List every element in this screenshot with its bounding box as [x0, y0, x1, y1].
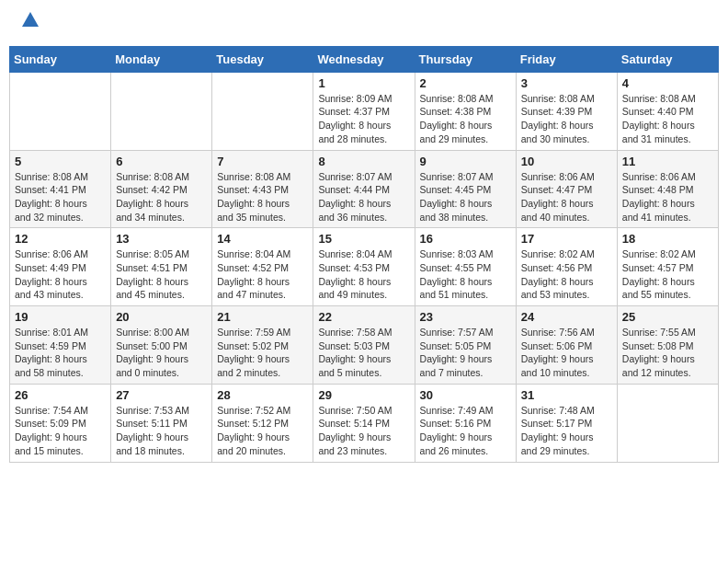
calendar-cell: 12Sunrise: 8:06 AM Sunset: 4:49 PM Dayli… [10, 228, 111, 306]
calendar-week-2: 5Sunrise: 8:08 AM Sunset: 4:41 PM Daylig… [10, 150, 719, 228]
day-info: Sunrise: 8:01 AM Sunset: 4:59 PM Dayligh… [15, 326, 106, 380]
day-info: Sunrise: 8:04 AM Sunset: 4:52 PM Dayligh… [217, 247, 308, 302]
logo-text [18, 17, 40, 35]
day-info: Sunrise: 7:54 AM Sunset: 5:09 PM Dayligh… [15, 404, 106, 458]
day-number: 7 [217, 155, 308, 168]
day-info: Sunrise: 8:08 AM Sunset: 4:40 PM Dayligh… [622, 92, 713, 146]
day-number: 13 [116, 232, 207, 246]
calendar-cell: 11Sunrise: 8:06 AM Sunset: 4:48 PM Dayli… [617, 150, 718, 228]
weekday-header-thursday: Thursday [415, 46, 516, 72]
calendar-cell: 24Sunrise: 7:56 AM Sunset: 5:06 PM Dayli… [516, 306, 617, 385]
calendar-week-4: 19Sunrise: 8:01 AM Sunset: 4:59 PM Dayli… [10, 306, 719, 385]
day-info: Sunrise: 7:56 AM Sunset: 5:06 PM Dayligh… [521, 326, 612, 380]
day-number: 14 [217, 232, 308, 246]
weekday-header-sunday: Sunday [10, 46, 111, 72]
logo [18, 17, 40, 35]
day-number: 26 [15, 388, 106, 402]
day-info: Sunrise: 7:53 AM Sunset: 5:11 PM Dayligh… [116, 404, 207, 458]
day-info: Sunrise: 8:02 AM Sunset: 4:56 PM Dayligh… [521, 247, 612, 302]
day-number: 6 [116, 155, 207, 168]
day-info: Sunrise: 7:48 AM Sunset: 5:17 PM Dayligh… [521, 404, 612, 458]
logo-icon [20, 10, 40, 30]
day-number: 15 [318, 232, 409, 246]
calendar-cell: 6Sunrise: 8:08 AM Sunset: 4:42 PM Daylig… [111, 150, 212, 228]
weekday-header-friday: Friday [516, 46, 617, 72]
day-number: 20 [116, 310, 207, 324]
calendar-cell: 21Sunrise: 7:59 AM Sunset: 5:02 PM Dayli… [212, 306, 313, 385]
day-number: 24 [521, 310, 612, 324]
day-info: Sunrise: 8:02 AM Sunset: 4:57 PM Dayligh… [622, 247, 713, 302]
calendar-cell: 9Sunrise: 8:07 AM Sunset: 4:45 PM Daylig… [415, 150, 516, 228]
day-number: 1 [318, 76, 409, 90]
day-info: Sunrise: 8:08 AM Sunset: 4:38 PM Dayligh… [420, 92, 511, 146]
day-info: Sunrise: 8:08 AM Sunset: 4:41 PM Dayligh… [15, 170, 106, 224]
calendar-cell: 1Sunrise: 8:09 AM Sunset: 4:37 PM Daylig… [313, 72, 415, 150]
day-number: 22 [318, 310, 409, 324]
day-number: 23 [420, 310, 511, 324]
day-info: Sunrise: 8:08 AM Sunset: 4:43 PM Dayligh… [217, 170, 308, 224]
day-number: 16 [420, 232, 511, 246]
calendar-cell: 10Sunrise: 8:06 AM Sunset: 4:47 PM Dayli… [516, 150, 617, 228]
day-number: 5 [15, 155, 106, 168]
calendar-week-3: 12Sunrise: 8:06 AM Sunset: 4:49 PM Dayli… [10, 228, 719, 306]
calendar-cell: 2Sunrise: 8:08 AM Sunset: 4:38 PM Daylig… [415, 72, 516, 150]
weekday-header-wednesday: Wednesday [313, 46, 415, 72]
day-number: 4 [622, 76, 713, 90]
day-info: Sunrise: 8:06 AM Sunset: 4:48 PM Dayligh… [622, 170, 713, 224]
day-info: Sunrise: 8:07 AM Sunset: 4:44 PM Dayligh… [318, 170, 409, 224]
calendar-cell: 22Sunrise: 7:58 AM Sunset: 5:03 PM Dayli… [313, 306, 415, 385]
day-number: 9 [420, 155, 511, 168]
weekday-header-saturday: Saturday [617, 46, 718, 72]
calendar-table: SundayMondayTuesdayWednesdayThursdayFrid… [9, 46, 719, 463]
day-info: Sunrise: 7:49 AM Sunset: 5:16 PM Dayligh… [420, 404, 511, 458]
day-number: 8 [318, 155, 409, 168]
day-number: 19 [15, 310, 106, 324]
day-info: Sunrise: 7:58 AM Sunset: 5:03 PM Dayligh… [318, 326, 409, 380]
calendar-cell: 27Sunrise: 7:53 AM Sunset: 5:11 PM Dayli… [111, 384, 212, 462]
day-number: 11 [622, 155, 713, 168]
day-info: Sunrise: 7:57 AM Sunset: 5:05 PM Dayligh… [420, 326, 511, 380]
calendar-week-1: 1Sunrise: 8:09 AM Sunset: 4:37 PM Daylig… [10, 72, 719, 150]
calendar-cell [111, 72, 212, 150]
day-number: 21 [217, 310, 308, 324]
page-header [9, 9, 719, 42]
calendar-cell: 20Sunrise: 8:00 AM Sunset: 5:00 PM Dayli… [111, 306, 212, 385]
day-number: 25 [622, 310, 713, 324]
calendar-cell: 13Sunrise: 8:05 AM Sunset: 4:51 PM Dayli… [111, 228, 212, 306]
calendar-cell: 30Sunrise: 7:49 AM Sunset: 5:16 PM Dayli… [415, 384, 516, 462]
day-info: Sunrise: 8:04 AM Sunset: 4:53 PM Dayligh… [318, 247, 409, 302]
weekday-header-monday: Monday [111, 46, 212, 72]
calendar-cell [212, 72, 313, 150]
calendar-cell [10, 72, 111, 150]
day-info: Sunrise: 7:55 AM Sunset: 5:08 PM Dayligh… [622, 326, 713, 380]
day-info: Sunrise: 8:06 AM Sunset: 4:47 PM Dayligh… [521, 170, 612, 224]
day-info: Sunrise: 7:50 AM Sunset: 5:14 PM Dayligh… [318, 404, 409, 458]
calendar-week-5: 26Sunrise: 7:54 AM Sunset: 5:09 PM Dayli… [10, 384, 719, 462]
calendar-cell: 25Sunrise: 7:55 AM Sunset: 5:08 PM Dayli… [617, 306, 718, 385]
day-info: Sunrise: 7:59 AM Sunset: 5:02 PM Dayligh… [217, 326, 308, 380]
day-info: Sunrise: 8:08 AM Sunset: 4:42 PM Dayligh… [116, 170, 207, 224]
day-info: Sunrise: 8:03 AM Sunset: 4:55 PM Dayligh… [420, 247, 511, 302]
day-number: 18 [622, 232, 713, 246]
calendar-cell: 28Sunrise: 7:52 AM Sunset: 5:12 PM Dayli… [212, 384, 313, 462]
day-info: Sunrise: 8:00 AM Sunset: 5:00 PM Dayligh… [116, 326, 207, 380]
day-info: Sunrise: 8:07 AM Sunset: 4:45 PM Dayligh… [420, 170, 511, 224]
calendar-cell: 5Sunrise: 8:08 AM Sunset: 4:41 PM Daylig… [10, 150, 111, 228]
day-number: 2 [420, 76, 511, 90]
calendar-cell: 4Sunrise: 8:08 AM Sunset: 4:40 PM Daylig… [617, 72, 718, 150]
calendar-cell: 29Sunrise: 7:50 AM Sunset: 5:14 PM Dayli… [313, 384, 415, 462]
calendar-cell: 31Sunrise: 7:48 AM Sunset: 5:17 PM Dayli… [516, 384, 617, 462]
calendar-cell: 18Sunrise: 8:02 AM Sunset: 4:57 PM Dayli… [617, 228, 718, 306]
calendar-cell [617, 384, 718, 462]
calendar-cell: 23Sunrise: 7:57 AM Sunset: 5:05 PM Dayli… [415, 306, 516, 385]
day-info: Sunrise: 8:08 AM Sunset: 4:39 PM Dayligh… [521, 92, 612, 146]
weekday-header-row: SundayMondayTuesdayWednesdayThursdayFrid… [10, 46, 719, 72]
day-info: Sunrise: 7:52 AM Sunset: 5:12 PM Dayligh… [217, 404, 308, 458]
calendar-cell: 16Sunrise: 8:03 AM Sunset: 4:55 PM Dayli… [415, 228, 516, 306]
day-number: 10 [521, 155, 612, 168]
day-number: 17 [521, 232, 612, 246]
calendar-cell: 14Sunrise: 8:04 AM Sunset: 4:52 PM Dayli… [212, 228, 313, 306]
day-number: 12 [15, 232, 106, 246]
day-info: Sunrise: 8:09 AM Sunset: 4:37 PM Dayligh… [318, 92, 409, 146]
calendar-cell: 7Sunrise: 8:08 AM Sunset: 4:43 PM Daylig… [212, 150, 313, 228]
